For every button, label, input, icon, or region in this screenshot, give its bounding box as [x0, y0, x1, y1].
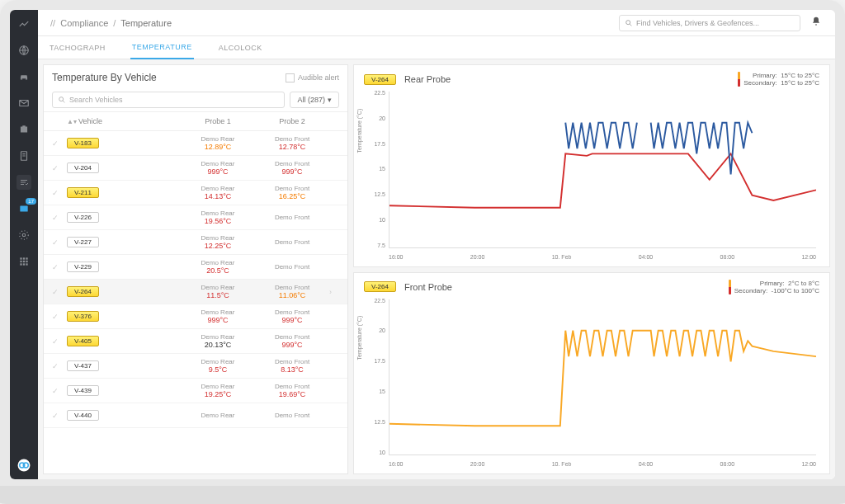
table-row[interactable]: ✓V-229Demo Rear20.5°CDemo Front [44, 255, 347, 280]
table-row[interactable]: ✓V-226Demo Rear19.56°CDemo Front [44, 205, 347, 230]
notifications-icon[interactable] [810, 16, 822, 31]
table-body: ✓V-183Demo Rear12.89°CDemo Front12.78°C✓… [44, 131, 347, 473]
y-axis-label: Temperature (°C) [356, 316, 362, 360]
probe2-name: Demo Front [255, 135, 329, 143]
tab-alcolock[interactable]: ALCOLOCK [217, 37, 264, 59]
search-vehicles-input[interactable]: Search Vehicles [52, 92, 285, 108]
check-icon: ✓ [52, 412, 67, 420]
probe1-name: Demo Rear [181, 234, 255, 242]
svg-rect-17 [23, 261, 25, 262]
probe1-name: Demo Rear [181, 358, 255, 365]
chart-rear-probe: V-264 Rear Probe Primary: 15°C to 25°C S… [353, 64, 830, 267]
table-row[interactable]: ✓V-439Demo Rear19.25°CDemo Front19.69°C [44, 379, 347, 403]
svg-rect-16 [20, 261, 21, 262]
vehicle-tag: V-183 [67, 138, 99, 148]
filter-dropdown[interactable]: All (287) ▾ [290, 92, 339, 108]
probe1-value: 999°C [181, 316, 255, 324]
table-header: ▲▾Vehicle Probe 1 Probe 2 [44, 111, 347, 131]
topbar: // Compliance / Temperature Find Vehicle… [38, 10, 835, 36]
probe2-value: 16.25°C [255, 192, 329, 200]
nav-dashboard-icon[interactable] [17, 16, 31, 31]
probe1-value: 20.13°C [181, 341, 255, 349]
chart-front-probe: V-264 Front Probe Primary: 2°C to 8°C Se… [353, 272, 830, 475]
probe2-value: 999°C [255, 341, 329, 349]
check-icon: ✓ [52, 362, 67, 370]
vehicle-tag: V-437 [67, 360, 99, 371]
probe1-name: Demo Rear [181, 185, 255, 192]
svg-rect-15 [26, 257, 27, 259]
probe1-name: Demo Rear [181, 210, 255, 217]
svg-rect-18 [26, 261, 27, 262]
table-row[interactable]: ✓V-440Demo RearDemo Front [44, 403, 347, 428]
probe2-value: 999°C [255, 316, 329, 324]
nav-document-icon[interactable] [17, 148, 31, 163]
panel-title: Temperature By Vehicle [52, 72, 157, 83]
probe1-name: Demo Rear [181, 160, 255, 167]
svg-rect-21 [26, 263, 27, 265]
sort-icon[interactable]: ▲▾ [67, 118, 77, 125]
svg-rect-13 [20, 257, 21, 259]
probe2-name: Demo Front [255, 383, 329, 390]
table-row[interactable]: ✓V-204Demo Rear999°CDemo Front999°C [44, 156, 347, 181]
svg-point-2 [26, 78, 26, 79]
y-axis-label: Temperature (°C) [356, 108, 362, 153]
table-row[interactable]: ✓V-405Demo Rear20.13°CDemo Front999°C [44, 329, 347, 354]
table-row[interactable]: ✓V-227Demo Rear12.25°CDemo Front [44, 230, 347, 255]
probe2-name: Demo Front [255, 214, 329, 221]
probe1-name: Demo Rear [181, 412, 255, 419]
vehicle-tag: V-264 [67, 286, 99, 297]
checkbox-icon [286, 73, 295, 82]
probe2-value: 19.69°C [255, 390, 329, 398]
probe1-value: 12.89°C [181, 143, 255, 151]
svg-rect-20 [23, 263, 25, 265]
nav-compliance-icon[interactable] [17, 175, 31, 190]
probe1-name: Demo Rear [181, 383, 255, 390]
probe1-name: Demo Rear [181, 135, 255, 143]
check-icon: ✓ [52, 214, 67, 222]
vehicle-list-panel: Temperature By Vehicle Audible alert Sea… [43, 64, 348, 474]
vehicle-tag: V-376 [67, 311, 99, 322]
nav-mail-icon[interactable] [17, 96, 31, 111]
audible-alert-toggle[interactable]: Audible alert [286, 73, 339, 82]
table-row[interactable]: ✓V-437Demo Rear9.5°CDemo Front8.13°C [44, 354, 347, 379]
svg-rect-19 [20, 263, 21, 265]
nav-card-icon[interactable]: 17 [17, 201, 31, 216]
vehicle-tag: V-264 [364, 281, 396, 292]
table-row[interactable]: ✓V-211Demo Rear14.13°CDemo Front16.25°C [44, 181, 347, 205]
sidebar: 17 [10, 10, 38, 479]
svg-rect-10 [20, 206, 27, 212]
check-icon: ✓ [52, 263, 67, 271]
probe2-name: Demo Front [255, 185, 329, 192]
nav-apps-icon[interactable] [17, 254, 31, 269]
nav-vehicle-icon[interactable] [17, 69, 31, 84]
tab-temperature[interactable]: TEMPERATURE [130, 36, 194, 59]
table-row[interactable]: ✓V-376Demo Rear999°CDemo Front999°C [44, 304, 347, 329]
svg-line-28 [63, 101, 64, 102]
svg-line-26 [630, 24, 631, 26]
vehicle-tag: V-264 [364, 74, 396, 85]
tab-tachograph[interactable]: TACHOGRAPH [48, 37, 107, 59]
check-icon: ✓ [52, 387, 67, 395]
svg-point-11 [22, 233, 26, 237]
nav-globe-icon[interactable] [17, 43, 31, 58]
chart-plot[interactable] [389, 92, 816, 248]
table-row[interactable]: ✓V-264Demo Rear11.5°CDemo Front11.06°C› [44, 280, 347, 304]
check-icon: ✓ [52, 288, 67, 296]
chart-title: Rear Probe [404, 74, 451, 84]
table-row[interactable]: ✓V-183Demo Rear12.89°CDemo Front12.78°C [44, 131, 347, 156]
chart-plot[interactable] [389, 299, 816, 456]
probe2-value: 8.13°C [255, 365, 329, 374]
global-search-input[interactable]: Find Vehicles, Drivers & Geofences... [619, 15, 800, 31]
check-icon: ✓ [52, 337, 67, 346]
probe1-value: 11.5°C [181, 291, 255, 299]
nav-logo-icon[interactable] [17, 458, 31, 473]
probe1-value: 14.13°C [181, 192, 255, 200]
probe2-name: Demo Front [255, 160, 329, 167]
vehicle-tag: V-204 [67, 163, 99, 173]
nav-settings-icon[interactable] [17, 228, 31, 243]
probe1-value: 9.5°C [181, 365, 255, 374]
svg-point-27 [59, 97, 64, 101]
nav-briefcase-icon[interactable] [17, 122, 31, 137]
check-icon: ✓ [52, 164, 67, 172]
chart-title: Front Probe [404, 282, 452, 292]
